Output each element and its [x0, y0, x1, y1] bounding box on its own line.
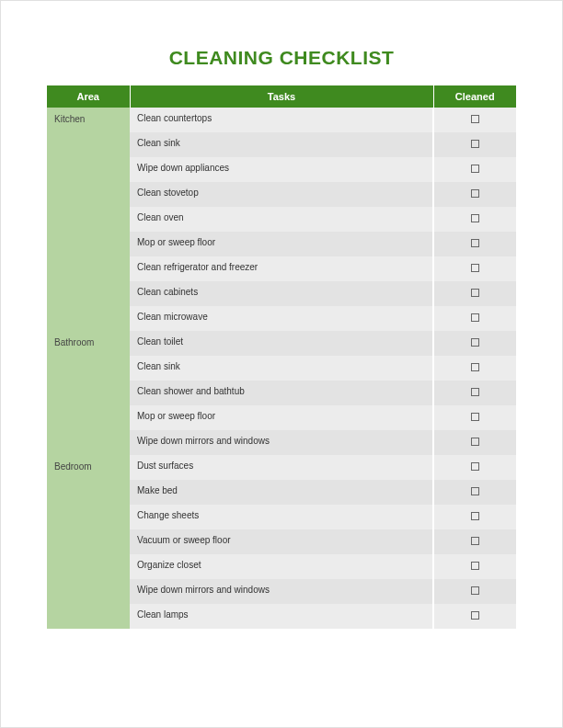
- task-cell: Wipe down mirrors and windows: [130, 430, 433, 455]
- cleaned-cell: [433, 132, 516, 157]
- cleaned-cell: [433, 529, 516, 554]
- checkbox-icon[interactable]: [471, 313, 479, 322]
- checklist-table: Area Tasks Cleaned KitchenClean countert…: [47, 85, 516, 629]
- checkbox-icon[interactable]: [471, 289, 479, 297]
- area-cell: Bathroom: [47, 331, 130, 455]
- task-cell: Clean countertops: [130, 108, 433, 132]
- checkbox-icon[interactable]: [471, 438, 479, 446]
- area-cell: Kitchen: [47, 108, 130, 331]
- checkbox-icon[interactable]: [471, 363, 479, 371]
- task-cell: Clean oven: [130, 207, 433, 232]
- cleaned-cell: [433, 331, 516, 356]
- cleaned-cell: [433, 356, 516, 381]
- checkbox-icon[interactable]: [471, 338, 479, 347]
- checkbox-icon[interactable]: [471, 189, 479, 198]
- task-cell: Clean sink: [130, 356, 433, 381]
- task-cell: Wipe down appliances: [130, 157, 433, 182]
- task-cell: Clean microwave: [130, 306, 433, 331]
- cleaned-cell: [433, 232, 516, 256]
- cleaned-cell: [433, 108, 516, 132]
- cleaned-cell: [433, 455, 516, 480]
- checkbox-icon[interactable]: [471, 165, 479, 173]
- checkbox-icon[interactable]: [471, 214, 479, 222]
- cleaned-cell: [433, 281, 516, 306]
- cleaned-cell: [433, 579, 516, 604]
- checkbox-icon[interactable]: [471, 512, 479, 520]
- task-cell: Clean stovetop: [130, 182, 433, 207]
- checkbox-icon[interactable]: [471, 413, 479, 421]
- column-header-cleaned: Cleaned: [433, 85, 516, 108]
- checkbox-icon[interactable]: [471, 115, 479, 123]
- cleaned-cell: [433, 480, 516, 505]
- cleaned-cell: [433, 604, 516, 629]
- task-cell: Clean lamps: [130, 604, 433, 629]
- checkbox-icon[interactable]: [471, 586, 479, 595]
- cleaned-cell: [433, 256, 516, 281]
- checkbox-icon[interactable]: [471, 487, 479, 495]
- cleaned-cell: [433, 207, 516, 232]
- cleaned-cell: [433, 430, 516, 455]
- checkbox-icon[interactable]: [471, 562, 479, 570]
- task-cell: Clean shower and bathtub: [130, 381, 433, 405]
- cleaned-cell: [433, 157, 516, 182]
- table-header-row: Area Tasks Cleaned: [47, 85, 516, 108]
- column-header-area: Area: [47, 85, 130, 108]
- cleaned-cell: [433, 554, 516, 579]
- checkbox-icon[interactable]: [471, 388, 479, 396]
- task-cell: Organize closet: [130, 554, 433, 579]
- cleaned-cell: [433, 505, 516, 529]
- page-title: CLEANING CHECKLIST: [47, 47, 516, 69]
- area-cell: Bedroom: [47, 455, 130, 629]
- cleaned-cell: [433, 306, 516, 331]
- checkbox-icon[interactable]: [471, 611, 479, 620]
- table-row: BedroomDust surfaces: [47, 455, 516, 480]
- checkbox-icon[interactable]: [471, 264, 479, 272]
- task-cell: Clean cabinets: [130, 281, 433, 306]
- checkbox-icon[interactable]: [471, 140, 479, 148]
- table-row: KitchenClean countertops: [47, 108, 516, 132]
- cleaned-cell: [433, 381, 516, 405]
- task-cell: Clean sink: [130, 132, 433, 157]
- cleaned-cell: [433, 405, 516, 430]
- task-cell: Clean refrigerator and freezer: [130, 256, 433, 281]
- checkbox-icon[interactable]: [471, 239, 479, 247]
- task-cell: Change sheets: [130, 505, 433, 529]
- task-cell: Vacuum or sweep floor: [130, 529, 433, 554]
- task-cell: Clean toilet: [130, 331, 433, 356]
- table-row: BathroomClean toilet: [47, 331, 516, 356]
- column-header-tasks: Tasks: [130, 85, 433, 108]
- task-cell: Make bed: [130, 480, 433, 505]
- checkbox-icon[interactable]: [471, 537, 479, 545]
- checkbox-icon[interactable]: [471, 462, 479, 471]
- cleaned-cell: [433, 182, 516, 207]
- task-cell: Mop or sweep floor: [130, 405, 433, 430]
- task-cell: Wipe down mirrors and windows: [130, 579, 433, 604]
- task-cell: Mop or sweep floor: [130, 232, 433, 256]
- task-cell: Dust surfaces: [130, 455, 433, 480]
